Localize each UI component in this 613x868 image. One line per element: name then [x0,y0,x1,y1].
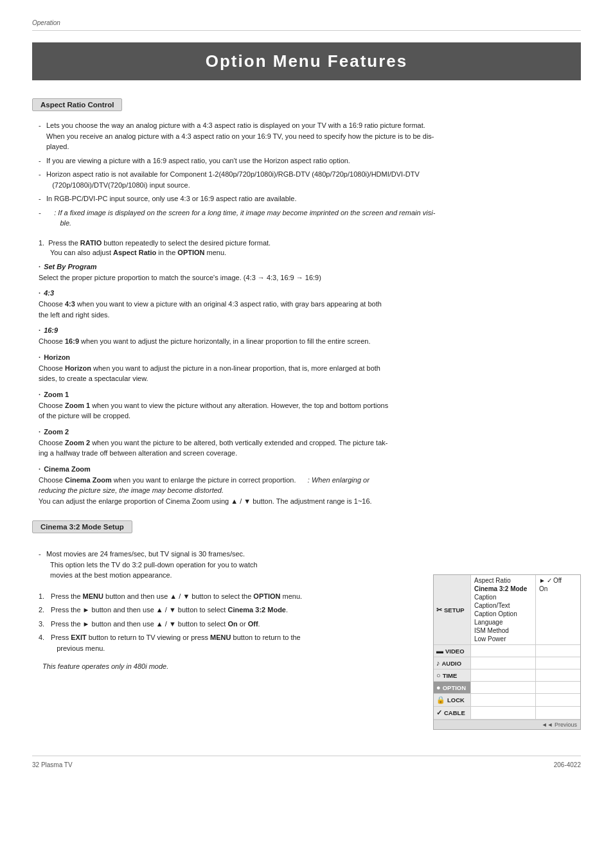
section2-text: Most movies are 24 frames/sec, but TV si… [32,549,420,670]
sub-43: · 4:3 Choose 4:3 when you want to view a… [32,289,581,320]
tv-menu-panel: ✂ SETUP Aspect Ratio Cinema 3:2 Mode Cap… [433,574,581,730]
bullet-4: In RGB-PC/DVI-PC input source, only use … [39,193,581,204]
tv-submenu: ► ✓ Off On [535,575,580,644]
footer-left: 32 Plasma TV [32,761,73,768]
menu-cinema32: Cinema 3:2 Mode [474,585,532,593]
tv-menu-row-time: ○ TIME [434,669,580,682]
sub-cinema-zoom: · Cinema Zoom Choose Cinema Zoom when yo… [32,465,581,507]
tv-sidebar-cable: ✓ CABLE [434,707,471,719]
cable-label: CABLE [444,709,465,716]
tv-submenu-lock [535,694,580,706]
step-2-3: 3. Press the ► button and then use ▲ / ▼… [39,619,420,630]
section2-bullets: Most movies are 24 frames/sec, but TV si… [32,549,420,581]
operation-label: Operation [32,19,581,26]
section1: Aspect Ratio Control Lets you choose the… [32,98,581,506]
submenu-off: ► ✓ Off [539,576,577,585]
lock-icon: 🔒 [436,696,445,704]
tv-menu-row-lock: 🔒 LOCK [434,694,580,707]
tv-main-time [471,669,535,681]
sub-set-by-program: · Set By Program Select the proper pictu… [32,263,581,283]
video-icon: ▬ [436,647,443,655]
tv-menu-prev: ◄◄ Previous [434,720,580,729]
tv-sidebar-setup: ✂ SETUP [434,575,471,644]
tv-menu-row-option: ● OPTION [434,682,580,694]
tv-menu-row-cable: ✓ CABLE [434,707,580,720]
audio-icon: ♪ [436,659,440,667]
tv-submenu-option [535,682,580,693]
title-banner: Option Menu Features [32,42,581,80]
video-label: VIDEO [445,648,465,655]
tv-sidebar-lock: 🔒 LOCK [434,694,471,706]
step-2-1: 1. Press the MENU button and then use ▲ … [39,591,420,602]
sub-zoom1: · Zoom 1 Choose Zoom 1 when you want to … [32,391,581,421]
tv-main-lock [471,694,535,706]
section1-step1: 1. Press the RATIO button repeatedly to … [32,239,581,256]
footer-right: 206-4022 [554,761,581,768]
tv-menu-row-audio: ♪ AUDIO [434,657,580,669]
lock-label: LOCK [447,696,465,704]
menu-caption-option: Caption Option [474,610,532,618]
section2: Cinema 3:2 Mode Setup Most movies are 24… [32,520,581,730]
option-icon: ● [436,684,441,691]
section2-steps: 1. Press the MENU button and then use ▲ … [32,591,420,654]
step-2-2: 2. Press the ► button and then use ▲ / ▼… [39,605,420,616]
tv-main-option [471,682,535,693]
menu-aspect-ratio: Aspect Ratio [474,576,532,585]
section1-header: Aspect Ratio Control [32,98,122,111]
section1-bullets: Lets you choose the way an analog pictur… [32,120,581,229]
menu-caption: Caption [474,593,532,601]
tv-submenu-cable [535,707,580,719]
bullet-5: : If a fixed image is displayed on the s… [39,208,581,229]
cable-icon: ✓ [436,709,442,717]
sub-horizon: · Horizon Choose Horizon when you want t… [32,353,581,384]
menu-language: Language [474,618,532,626]
arrow-icon: ► [539,577,546,584]
tv-main-cable [471,707,535,719]
tv-submenu-video [535,645,580,657]
section2-header: Cinema 3:2 Mode Setup [32,520,132,533]
audio-label: AUDIO [442,660,462,667]
bullet-2: If you are viewing a picture with a 16:9… [39,155,581,166]
sub-169: · 16:9 Choose 16:9 when you want to adju… [32,326,581,347]
setup-label: SETUP [444,607,465,614]
tv-main-video [471,645,535,657]
setup-icon: ✂ [436,606,442,614]
tv-menu-row-video: ▬ VIDEO [434,645,580,657]
tv-sidebar-video: ▬ VIDEO [434,645,471,657]
check-icon: ✓ [547,577,552,584]
option-label: OPTION [443,684,466,691]
bullet-3: Horizon aspect ratio is not available fo… [39,169,581,190]
menu-low-power: Low Power [474,635,532,643]
section2-bullet-1: Most movies are 24 frames/sec, but TV si… [39,549,420,581]
tv-main-audio [471,657,535,669]
tv-sidebar-time: ○ TIME [434,669,471,681]
sub-zoom2: · Zoom 2 Choose Zoom 2 when you want the… [32,428,581,459]
footer: 32 Plasma TV 206-4022 [32,756,581,768]
tv-submenu-audio [535,657,580,669]
time-label: TIME [443,672,458,679]
time-icon: ○ [436,671,441,679]
bullet-1: Lets you choose the way an analog pictur… [39,120,581,152]
tv-main-setup: Aspect Ratio Cinema 3:2 Mode Caption Cap… [471,575,535,644]
submenu-on: On [539,585,577,593]
feature-note: This feature operates only in 480i mode. [32,662,420,670]
step-2-4: 4. Press EXIT button to return to TV vie… [39,632,420,653]
menu-ism: ISM Method [474,626,532,635]
menu-caption-text: Caption/Text [474,601,532,610]
off-label: Off [553,577,562,584]
tv-submenu-time [535,669,580,681]
tv-sidebar-audio: ♪ AUDIO [434,657,471,669]
tv-sidebar-option: ● OPTION [434,682,471,693]
tv-menu-row-setup: ✂ SETUP Aspect Ratio Cinema 3:2 Mode Cap… [434,575,580,645]
